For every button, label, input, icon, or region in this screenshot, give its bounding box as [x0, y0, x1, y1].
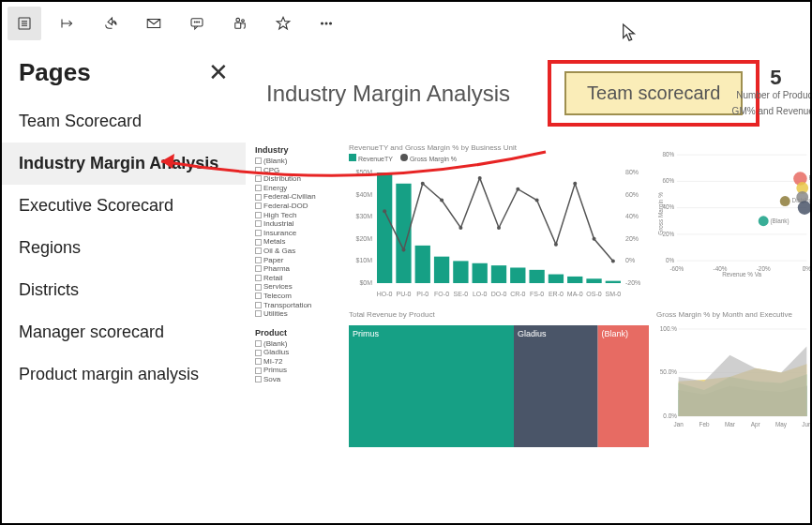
- svg-text:$40M: $40M: [355, 191, 372, 198]
- svg-point-55: [611, 259, 615, 262]
- filter-item[interactable]: Energy: [255, 184, 341, 193]
- svg-point-47: [459, 226, 462, 230]
- page-item[interactable]: Product margin analysis: [2, 353, 246, 396]
- page-item[interactable]: Team Scorecard: [2, 100, 246, 142]
- team-scorecard-button[interactable]: Team scorecard: [564, 71, 743, 115]
- svg-point-8: [194, 22, 195, 22]
- enter-icon[interactable]: [51, 7, 84, 40]
- filter-item[interactable]: Utilities: [255, 309, 341, 319]
- svg-rect-34: [453, 261, 468, 283]
- kpi-card: 5 Number of Product GM% and RevenueT: [732, 66, 812, 116]
- filter-item[interactable]: Distribution: [255, 174, 341, 184]
- svg-point-48: [478, 176, 482, 180]
- svg-text:Gladius: Gladius: [518, 329, 547, 338]
- svg-text:FO-0: FO-0: [434, 291, 449, 297]
- filter-item[interactable]: Services: [255, 282, 341, 292]
- svg-text:80%: 80%: [662, 151, 674, 158]
- svg-text:50.0%: 50.0%: [660, 368, 677, 375]
- svg-text:PU-0: PU-0: [396, 291, 411, 297]
- filter-item[interactable]: High Tech: [255, 211, 341, 220]
- filter-item[interactable]: Gladius: [255, 348, 341, 357]
- filter-item[interactable]: Oil & Gas: [255, 247, 341, 256]
- page-item[interactable]: Districts: [2, 269, 246, 311]
- svg-text:Mar: Mar: [725, 421, 736, 428]
- svg-point-52: [554, 243, 558, 247]
- filter-item[interactable]: Sova: [255, 375, 341, 384]
- svg-point-16: [325, 22, 327, 24]
- filter-item[interactable]: Pharma: [255, 264, 341, 274]
- svg-rect-99: [514, 325, 598, 447]
- kpi-sublabel: GM% and RevenueT: [732, 106, 812, 116]
- svg-text:0%: 0%: [666, 257, 675, 263]
- svg-rect-37: [510, 267, 525, 283]
- pages-pane-toggle[interactable]: [8, 7, 41, 40]
- filter-item[interactable]: Metals: [255, 237, 341, 247]
- filter-item[interactable]: (Blank): [255, 339, 341, 349]
- filter-item[interactable]: Primus: [255, 366, 341, 375]
- svg-text:DO-0: DO-0: [491, 291, 507, 297]
- filter-item[interactable]: (Blank): [255, 157, 341, 166]
- svg-text:80%: 80%: [625, 169, 639, 175]
- page-item[interactable]: Regions: [2, 227, 246, 269]
- more-icon[interactable]: [309, 7, 343, 40]
- report-title: Industry Margin Analysis: [266, 81, 510, 107]
- filter-item[interactable]: Insurance: [255, 229, 341, 238]
- svg-rect-36: [491, 265, 506, 283]
- svg-point-45: [421, 182, 425, 186]
- svg-point-49: [497, 226, 501, 230]
- page-item[interactable]: Industry Margin Analysis: [2, 142, 246, 185]
- close-icon[interactable]: ✕: [208, 58, 229, 87]
- svg-rect-33: [434, 257, 449, 283]
- svg-point-11: [236, 18, 240, 22]
- filter-item[interactable]: Retail: [255, 274, 341, 283]
- teams-icon[interactable]: [223, 7, 257, 40]
- product-filter-title: Product: [255, 328, 341, 338]
- mail-icon[interactable]: [137, 7, 171, 40]
- share-icon[interactable]: [94, 7, 128, 40]
- page-item[interactable]: Executive Scorecard: [2, 185, 246, 227]
- combo-chart[interactable]: RevenueTY and Gross Margin % by Business…: [349, 143, 649, 303]
- filter-item[interactable]: Federal-DOD: [255, 202, 341, 211]
- mouse-cursor-icon: [621, 22, 638, 47]
- svg-text:Jan: Jan: [674, 421, 684, 428]
- svg-text:$10M: $10M: [355, 257, 372, 263]
- svg-point-85: [759, 216, 769, 226]
- area-chart[interactable]: Gross Margin % by Month and Executive 0.…: [656, 310, 810, 460]
- page-item[interactable]: Manager scorecard: [2, 311, 246, 353]
- svg-text:$30M: $30M: [355, 213, 372, 219]
- filter-item[interactable]: Industrial: [255, 219, 341, 229]
- svg-text:ER-0: ER-0: [549, 291, 564, 297]
- combo-chart-title: RevenueTY and Gross Margin % by Business…: [349, 143, 649, 152]
- kpi-label: Number of Product: [732, 90, 812, 100]
- filter-item[interactable]: Paper: [255, 256, 341, 265]
- svg-text:May: May: [775, 421, 788, 428]
- svg-text:60%: 60%: [662, 177, 674, 184]
- bubble-chart[interactable]: 0%20%40%60%80%Gross Margin %-60%-40%-20%…: [656, 143, 810, 303]
- svg-rect-13: [235, 22, 241, 28]
- star-icon[interactable]: [266, 7, 300, 40]
- pages-sidebar: Pages ✕ Team ScorecardIndustry Margin An…: [2, 45, 246, 523]
- filter-item[interactable]: MI-72: [255, 357, 341, 367]
- svg-text:20%: 20%: [662, 231, 674, 237]
- kpi-value: 5: [732, 66, 812, 90]
- filter-item[interactable]: Federal-Civilian: [255, 192, 341, 202]
- svg-text:-20%: -20%: [625, 279, 640, 286]
- svg-text:Fed: Fed: [809, 174, 810, 181]
- treemap-title: Total Revenue by Product: [349, 310, 649, 319]
- chat-icon[interactable]: [180, 7, 214, 40]
- filter-item[interactable]: CPG: [255, 166, 341, 175]
- svg-rect-35: [473, 263, 488, 283]
- svg-text:OS-0: OS-0: [586, 291, 601, 297]
- industry-filter-title: Industry: [255, 145, 341, 155]
- svg-point-87: [780, 196, 790, 206]
- svg-text:0%: 0%: [803, 265, 810, 272]
- toolbar: [2, 2, 810, 45]
- filter-item[interactable]: Transportation: [255, 301, 341, 310]
- treemap-chart[interactable]: Total Revenue by Product PrimusGladius(B…: [349, 310, 649, 460]
- report-canvas: Industry Margin Analysis Team scorecard …: [246, 45, 810, 523]
- filter-item[interactable]: Telecom: [255, 292, 341, 301]
- svg-text:(Blank): (Blank): [770, 218, 789, 225]
- svg-text:-60%: -60%: [669, 265, 684, 272]
- svg-rect-40: [567, 277, 582, 283]
- svg-text:60%: 60%: [625, 191, 639, 198]
